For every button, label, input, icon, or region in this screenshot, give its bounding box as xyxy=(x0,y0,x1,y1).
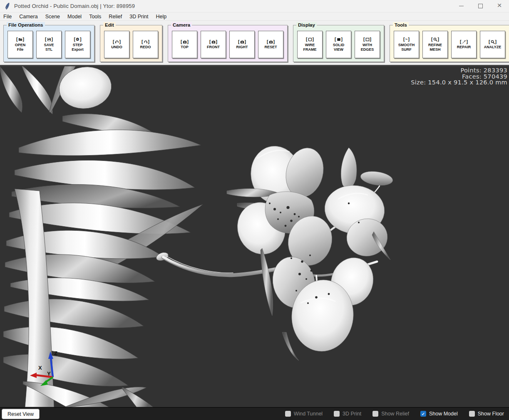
camera-icon xyxy=(183,40,187,44)
button-label: TOP xyxy=(181,45,188,50)
group-label-file-operations: File Operations xyxy=(7,22,45,28)
gear-icon: ⚙ xyxy=(76,37,79,42)
checkbox-box-show-model[interactable]: ✓ xyxy=(420,411,426,417)
window-title: Potted Orchid - Public Domain.obj | Ytor… xyxy=(14,3,135,9)
checkbox-label: Show Floor xyxy=(478,411,504,417)
magnifier-icon xyxy=(491,40,495,44)
checkbox-show-floor[interactable]: Show Floor xyxy=(469,411,504,417)
menu-bar: FileCameraSceneModelToolsRelief3D PrintH… xyxy=(0,12,509,21)
group-edit: Edit[]UNDO[]REDO xyxy=(100,25,162,62)
feather-icon xyxy=(4,2,11,10)
menu-3d-print[interactable]: 3D Print xyxy=(126,14,152,20)
model-stats: Points: 283393 Faces: 570439 Size: 154.0… xyxy=(411,67,507,86)
button-label: OPEN xyxy=(15,43,26,48)
button-label: WITH xyxy=(363,43,372,48)
button-smooth-surf[interactable]: [~]SMOOTHSURF xyxy=(394,31,419,58)
checkbox-label: Show Relief xyxy=(381,411,409,417)
group-camera: Camera[]TOP[]FRONT[]RIGHT[]RESET xyxy=(168,25,288,62)
group-file-operations: File Operations[]OPENFile[]SAVESTL[⚙]STE… xyxy=(3,25,94,62)
button-reset[interactable]: []RESET xyxy=(258,31,283,58)
button-label: STL xyxy=(45,47,52,52)
button-undo[interactable]: []UNDO xyxy=(104,31,129,58)
button-open-file[interactable]: []OPENFile xyxy=(7,31,33,58)
button-label: SURF xyxy=(401,47,412,52)
button-save-stl[interactable]: []SAVESTL xyxy=(36,31,62,58)
button-label: RESET xyxy=(264,45,277,50)
button-wire-frame[interactable]: []WIREFRAME xyxy=(297,31,323,58)
button-label: UNDO xyxy=(111,45,122,50)
menu-help[interactable]: Help xyxy=(152,14,170,20)
toolbar: File Operations[]OPENFile[]SAVESTL[⚙]STE… xyxy=(0,21,509,66)
button-redo[interactable]: []REDO xyxy=(133,31,158,58)
repair-icon xyxy=(462,40,466,44)
button-right[interactable]: []RIGHT xyxy=(229,31,255,58)
reset-view-button[interactable]: Reset View xyxy=(2,409,40,419)
orchid-model: Z X Y xyxy=(0,66,509,407)
button-label: WIRE xyxy=(305,43,315,48)
viewport-3d[interactable]: Z X Y Points: 283393 Faces: 570439 Size:… xyxy=(0,66,509,407)
button-repair[interactable]: []REPAIR xyxy=(451,31,477,58)
button-label: REFINE xyxy=(428,43,442,48)
window-controls xyxy=(452,0,509,12)
checkbox-box-show-relief[interactable] xyxy=(372,411,378,417)
checkbox-label: Show Model xyxy=(429,411,458,417)
group-label-edit: Edit xyxy=(103,22,116,28)
checkbox-show-relief[interactable]: Show Relief xyxy=(372,411,409,417)
button-label: FRAME xyxy=(303,47,317,52)
checkbox-3d-print[interactable]: 3D Print xyxy=(334,411,361,417)
button-label: ANALYZE xyxy=(484,45,502,50)
wireframe-icon xyxy=(308,37,312,42)
group-tools: Tools[~]SMOOTHSURF[]REFINEMESH[]REPAIR[]… xyxy=(390,25,509,62)
checkbox-box-3d-print[interactable] xyxy=(334,411,340,417)
button-refine-mesh[interactable]: []REFINEMESH xyxy=(422,31,448,58)
checkbox-wind-tunnel[interactable]: Wind Tunnel xyxy=(285,411,323,417)
solid-icon xyxy=(337,37,341,42)
button-label: EDGES xyxy=(361,47,374,52)
redo-icon xyxy=(144,40,148,44)
menu-file[interactable]: File xyxy=(3,14,15,20)
magnifier-icon xyxy=(433,37,437,42)
button-with-edges[interactable]: []WITHEDGES xyxy=(355,31,380,58)
maximize-icon[interactable] xyxy=(471,0,490,12)
camera-icon xyxy=(211,40,216,44)
checkbox-show-model[interactable]: ✓Show Model xyxy=(420,411,458,417)
tilde-icon: ~ xyxy=(405,37,408,42)
button-label: VIEW xyxy=(334,47,343,52)
close-icon[interactable] xyxy=(490,0,509,12)
button-solid-view[interactable]: []SOLIDVIEW xyxy=(326,31,351,58)
checkbox-box-wind-tunnel[interactable] xyxy=(285,411,291,417)
group-display: Display[]WIREFRAME[]SOLIDVIEW[]WITHEDGES xyxy=(293,25,384,62)
group-label-display: Display xyxy=(296,22,317,28)
edges-icon xyxy=(365,37,370,42)
button-label: SAVE xyxy=(44,43,54,48)
checkbox-box-show-floor[interactable] xyxy=(469,411,475,417)
button-label: SMOOTH xyxy=(398,43,415,48)
button-step-export[interactable]: [⚙]STEPExport xyxy=(65,31,90,58)
undo-icon xyxy=(115,40,119,44)
stats-size: Size: 154.0 x 91.5 x 126.0 mm xyxy=(411,79,507,86)
button-top[interactable]: []TOP xyxy=(172,31,197,58)
button-analyze[interactable]: []ANALYZE xyxy=(480,31,505,58)
button-label: Export xyxy=(72,47,84,52)
menu-relief[interactable]: Relief xyxy=(105,14,126,20)
menu-tools[interactable]: Tools xyxy=(85,14,105,20)
menu-scene[interactable]: Scene xyxy=(42,14,64,20)
axis-label-z: Z xyxy=(54,350,57,356)
button-label: SOLID xyxy=(333,43,345,48)
save-floppy-icon xyxy=(47,37,51,42)
minimize-icon[interactable] xyxy=(452,0,471,12)
stats-faces: Faces: 570439 xyxy=(411,74,507,80)
status-bar: Reset View Wind Tunnel3D PrintShow Relie… xyxy=(0,407,509,420)
axis-label-x: X xyxy=(38,365,42,371)
button-label: MESH xyxy=(430,47,440,52)
checkbox-label: Wind Tunnel xyxy=(294,411,323,417)
camera-icon xyxy=(240,40,244,44)
button-label: REDO xyxy=(140,45,151,50)
menu-model[interactable]: Model xyxy=(64,14,85,20)
stats-points: Points: 283393 xyxy=(411,67,507,74)
button-label: File xyxy=(17,47,24,52)
checkbox-label: 3D Print xyxy=(343,411,361,417)
camera-icon xyxy=(269,40,273,44)
button-front[interactable]: []FRONT xyxy=(201,31,226,58)
menu-camera[interactable]: Camera xyxy=(15,14,41,20)
